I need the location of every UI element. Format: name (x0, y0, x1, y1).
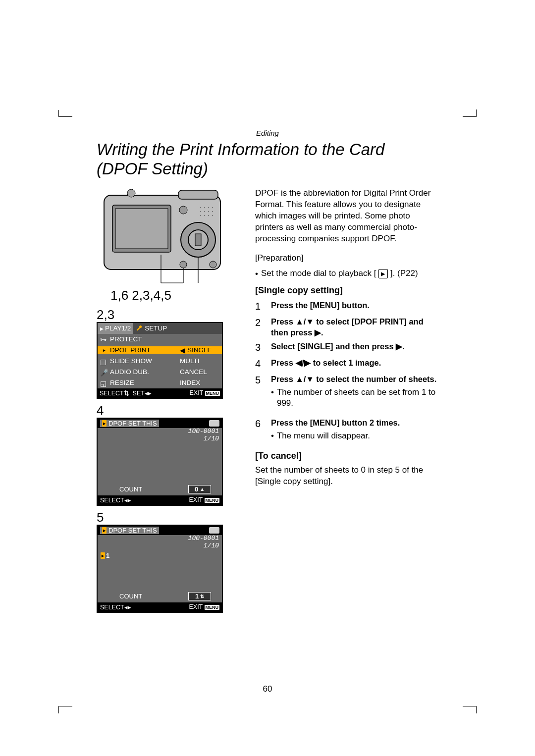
prep-bullet: • Set the mode dial to playback [ ▸ ]. (… (255, 268, 438, 280)
size-badge (209, 420, 219, 427)
bullet-icon: • (271, 431, 274, 442)
updown-icon: ⇅ (124, 390, 129, 397)
camera-illustration (102, 188, 223, 287)
left-column: 1,6 2,3,4,5 2,3 ▸ PLAY1/2 SETUP 🗝PROTECT… (97, 188, 240, 613)
section-label: Editing (97, 129, 438, 137)
menu-item-audio: AUDIO DUB. (110, 368, 149, 376)
svg-point-15 (200, 211, 201, 212)
bullet-icon: • (271, 387, 274, 410)
svg-point-8 (179, 206, 187, 214)
play-icon: ▸ (100, 324, 104, 332)
svg-point-18 (212, 211, 213, 212)
svg-point-21 (208, 215, 209, 216)
cancel-heading: [To cancel] (255, 450, 438, 462)
step-4-text: Press ◀/▶ to select 1 image. (271, 357, 438, 371)
menu-item-dpof: DPOF PRINT (110, 346, 151, 354)
step-3: 3Select [SINGLE] and then press ▶. (255, 341, 438, 354)
size-badge (209, 527, 219, 534)
menu-screen: ▸ PLAY1/2 SETUP 🗝PROTECT ▸DPOF PRINT◀SIN… (97, 322, 223, 399)
svg-point-9 (180, 261, 187, 268)
dpof5-menu-badge: MENU (205, 605, 220, 610)
dpof5-footer-exit: EXIT (189, 603, 203, 610)
svg-point-14 (212, 207, 213, 208)
menu-item-protect: PROTECT (110, 335, 142, 343)
menu-item-resize: RESIZE (110, 379, 134, 386)
svg-rect-6 (178, 190, 218, 199)
right-column: DPOF is the abbreviation for Digital Pri… (255, 188, 438, 613)
prep-text: Set the mode dial to playback [ ▸ ]. (P2… (261, 268, 418, 280)
submenu-multi: MULTI (177, 357, 222, 365)
menu-badge: MENU (205, 391, 220, 396)
resize-icon: ◱ (100, 379, 108, 386)
tab-setup: SETUP (133, 323, 222, 334)
key-icon: 🗝 (100, 336, 108, 343)
submenu-cancel: CANCEL (177, 368, 222, 376)
step-5-text: Press ▲/▼ to select the number of sheets… (271, 375, 436, 383)
step-list: 1Press the [MENU] button. 2Press ▲/▼ to … (255, 300, 438, 447)
step-5-note: •The number of sheets can be set from 1 … (271, 387, 438, 410)
updown-arrow-icon: ⇅ (200, 594, 204, 599)
submenu-index: INDEX (177, 379, 222, 386)
svg-point-16 (204, 211, 205, 212)
page-content: Editing Writing the Print Information to… (97, 129, 438, 613)
leftright-icon: ◂▸ (145, 390, 152, 397)
submenu-left-arrow: ◀ (180, 346, 185, 354)
leftright-icon: ◂▸ (124, 604, 131, 611)
svg-point-19 (200, 215, 201, 216)
svg-point-13 (208, 207, 209, 208)
dpof5-file-no: 100-0001 (101, 535, 219, 542)
step-label-5: 5 (97, 511, 240, 524)
intro-text: DPOF is the abbreviation for Digital Pri… (255, 188, 438, 245)
crop-mark-tr (463, 116, 477, 130)
step-6: 6 Press the [MENU] button 2 times. •The … (255, 417, 438, 446)
dpof4-count-box: 0▲ (188, 485, 211, 493)
footer-select: SELECT (100, 390, 124, 397)
dpof4-footer-select: SELECT (100, 497, 124, 504)
dpof-screen-5: ▸DPOF SET THIS 100-0001 1/10 ▸ 1 COUNT 1… (97, 525, 223, 613)
page-number: 60 (0, 684, 535, 694)
step-5: 5 Press ▲/▼ to select the number of shee… (255, 374, 438, 414)
single-copy-heading: [Single copy setting] (255, 284, 438, 296)
dpof5-print-badge: ▸ 1 (101, 552, 109, 559)
dpof5-badge-value: 1 (106, 552, 109, 559)
svg-point-22 (212, 215, 213, 216)
menu-item-slideshow: SLIDE SHOW (110, 357, 152, 365)
tab-play-label: PLAY1/2 (105, 324, 131, 332)
step-4: 4Press ◀/▶ to select 1 image. (255, 357, 438, 371)
step-2-text: Press ▲/▼ to select [DPOF PRINT] and the… (271, 316, 438, 338)
dpof-icon: ▸ (102, 420, 107, 427)
dpof5-footer-select: SELECT (100, 604, 124, 611)
preparation-label: [Preparation] (255, 253, 438, 264)
prep-text-b: ]. (P22) (390, 269, 418, 278)
dpof4-file-no: 100-0001 (101, 428, 219, 435)
footer-set: SET (133, 390, 145, 397)
dpof-icon: ▸ (101, 552, 105, 559)
dpof5-count-label: COUNT (119, 593, 142, 600)
footer-exit: EXIT (189, 389, 203, 396)
dpof4-count-value: 0 (195, 486, 198, 493)
tab-setup-label: SETUP (145, 324, 167, 332)
bullet-icon: • (255, 268, 258, 280)
step-1-text: Press the [MENU] button. (271, 300, 438, 313)
dpof4-footer-exit: EXIT (189, 496, 203, 503)
prep-text-a: Set the mode dial to playback [ (261, 269, 376, 278)
svg-point-11 (200, 207, 201, 208)
dpof4-header: DPOF SET THIS (108, 420, 157, 427)
crop-mark-br (463, 693, 477, 706)
svg-rect-2 (115, 209, 168, 249)
crop-mark-tl (58, 116, 72, 131)
step-1: 1Press the [MENU] button. (255, 300, 438, 313)
dpof-icon: ▸ (102, 527, 107, 534)
svg-point-17 (208, 211, 209, 212)
up-arrow-icon: ▲ (200, 486, 205, 492)
leftright-icon: ◂▸ (124, 497, 131, 504)
step-6-note: •The menu will disappear. (271, 431, 438, 442)
page-title: Writing the Print Information to the Car… (97, 140, 438, 179)
audio-icon: 🎤 (100, 369, 108, 376)
dpof-screen-4: ▸DPOF SET THIS 100-0001 1/10 COUNT 0▲ SE… (97, 418, 223, 506)
dpof-icon: ▸ (100, 347, 108, 354)
dpof4-count-label: COUNT (119, 486, 142, 493)
step-6-sub-text: The menu will disappear. (277, 431, 370, 442)
dpof5-index: 1/10 (101, 542, 219, 550)
step-label-4: 4 (97, 404, 240, 417)
